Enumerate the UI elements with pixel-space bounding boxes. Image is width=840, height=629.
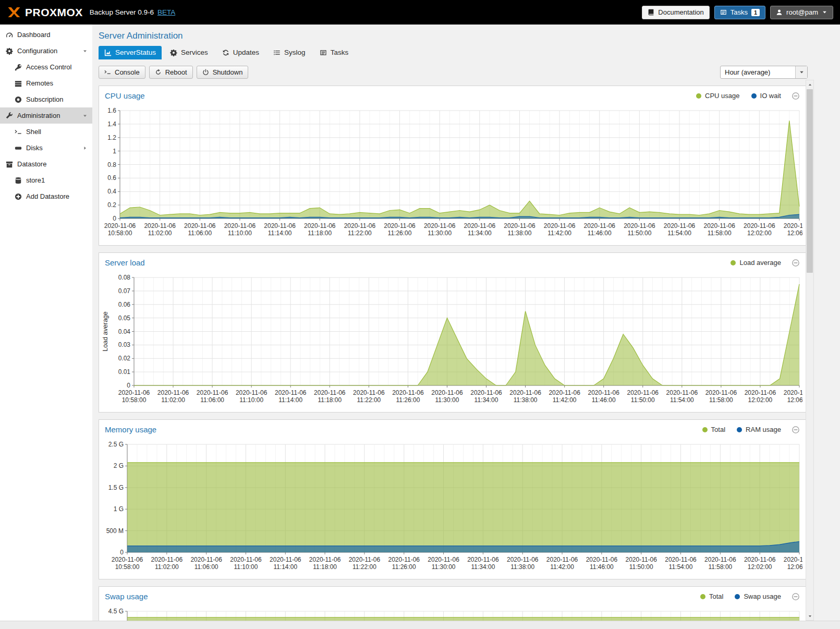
- bottom-edge: [0, 621, 840, 629]
- svg-text:11:46:00: 11:46:00: [590, 563, 614, 571]
- sidebar-item-dashboard[interactable]: Dashboard: [0, 27, 92, 43]
- tab-updates[interactable]: Updates: [216, 46, 265, 59]
- console-button[interactable]: Console: [99, 66, 145, 79]
- legend-dot: [751, 93, 757, 99]
- timeframe-select[interactable]: Hour (average): [720, 66, 808, 79]
- scroll-down-button[interactable]: [806, 612, 813, 620]
- sidebar-item-disks[interactable]: Disks: [0, 140, 92, 156]
- collapse-panel-button[interactable]: [792, 92, 800, 100]
- svg-text:10:58:00: 10:58:00: [122, 396, 147, 404]
- collapse-panel-button[interactable]: [792, 426, 800, 434]
- sidebar-item-configuration[interactable]: Configuration: [0, 43, 92, 59]
- legend-label: IO wait: [760, 92, 781, 100]
- sidebar-item-add-datastore[interactable]: Add Datastore: [0, 188, 92, 204]
- terminal-icon: [15, 128, 22, 136]
- svg-text:2020-11-06: 2020-11-06: [344, 222, 376, 229]
- reboot-button[interactable]: Reboot: [149, 66, 193, 79]
- vertical-scrollbar[interactable]: [806, 80, 814, 621]
- tab-serverstatus[interactable]: ServerStatus: [99, 46, 162, 59]
- panel-header: Memory usageTotalRAM usage: [99, 420, 806, 439]
- scrollbar-thumb[interactable]: [807, 89, 813, 273]
- svg-text:11:38:00: 11:38:00: [514, 396, 538, 404]
- gears-icon: [6, 47, 13, 55]
- beta-link[interactable]: BETA: [157, 8, 175, 16]
- svg-text:11:46:00: 11:46:00: [588, 229, 612, 237]
- collapse-panel-button[interactable]: [792, 259, 800, 267]
- svg-text:0.05: 0.05: [118, 314, 131, 322]
- scroll-up-button[interactable]: [806, 81, 813, 88]
- power-icon: [202, 69, 209, 76]
- sidebar-item-label: Add Datastore: [26, 192, 69, 200]
- sidebar-item-subscription[interactable]: Subscription: [0, 91, 92, 107]
- svg-text:2020-11-06: 2020-11-06: [275, 389, 307, 396]
- sidebar-item-access-control[interactable]: Access Control: [0, 59, 92, 75]
- user-menu-button[interactable]: root@pam: [770, 6, 833, 19]
- svg-text:4.5 G: 4.5 G: [108, 608, 124, 615]
- svg-text:11:02:00: 11:02:00: [161, 396, 185, 404]
- svg-text:11:34:00: 11:34:00: [474, 396, 498, 404]
- tab-syslog[interactable]: Syslog: [267, 46, 311, 59]
- svg-text:2020-11-06: 2020-11-06: [470, 389, 502, 396]
- caret-down-icon[interactable]: [82, 49, 88, 54]
- svg-text:11:22:00: 11:22:00: [352, 563, 376, 571]
- svg-text:11:26:00: 11:26:00: [388, 229, 412, 237]
- svg-text:2020-11-06: 2020-11-06: [144, 222, 176, 229]
- svg-text:11:58:00: 11:58:00: [708, 229, 732, 237]
- panel-memory-usage: Memory usageTotalRAM usage0500 M1 G1.5 G…: [99, 419, 806, 579]
- svg-text:2020-11-06: 2020-11-06: [197, 389, 228, 396]
- tasks-icon: [720, 9, 727, 16]
- tasks-button[interactable]: Tasks 1: [714, 6, 765, 19]
- svg-text:2020-11-06: 2020-11-06: [705, 389, 737, 396]
- svg-text:11:34:00: 11:34:00: [468, 229, 492, 237]
- proxmox-x-icon: [7, 6, 21, 18]
- tab-tasks[interactable]: Tasks: [314, 46, 355, 59]
- legend-item-cpu-usage: CPU usage: [696, 92, 739, 100]
- sidebar-item-remotes[interactable]: Remotes: [0, 75, 92, 91]
- sidebar-item-shell[interactable]: Shell: [0, 124, 92, 140]
- legend-label: RAM usage: [746, 426, 781, 433]
- shutdown-button[interactable]: Shutdown: [197, 66, 249, 79]
- sidebar-item-store1[interactable]: store1: [0, 172, 92, 188]
- tab-label: Syslog: [284, 49, 306, 56]
- caret-right-icon[interactable]: [82, 146, 88, 151]
- svg-text:0.01: 0.01: [118, 368, 131, 376]
- panel-title: Server load: [105, 258, 145, 267]
- svg-text:2020-11-06: 2020-11-06: [236, 389, 267, 396]
- svg-text:11:30:00: 11:30:00: [435, 396, 459, 404]
- sidebar-item-label: Disks: [26, 144, 43, 152]
- combo-trigger[interactable]: [795, 66, 807, 78]
- svg-text:2020-11-06: 2020-11-06: [424, 222, 456, 229]
- svg-text:10:58:00: 10:58:00: [108, 229, 132, 237]
- svg-text:2020-11-06: 2020-11-06: [353, 389, 385, 396]
- svg-text:11:42:00: 11:42:00: [550, 563, 574, 571]
- collapse-panel-button[interactable]: [792, 592, 800, 601]
- sidebar-item-administration[interactable]: Administration: [0, 107, 92, 124]
- svg-text:12:02:00: 12:02:00: [748, 396, 773, 404]
- sidebar-item-label: store1: [26, 176, 45, 184]
- legend-label: CPU usage: [705, 92, 739, 100]
- panel-server-load: Server loadLoad average00.010.020.030.04…: [99, 252, 806, 413]
- tab-services[interactable]: Services: [164, 46, 214, 59]
- svg-text:2.5 G: 2.5 G: [108, 441, 124, 448]
- chart-memory-usage: 0500 M1 G1.5 G2 G2.5 G2020-11-0610:58:00…: [101, 439, 802, 576]
- console-label: Console: [115, 68, 140, 76]
- svg-text:11:18:00: 11:18:00: [308, 229, 332, 237]
- panel-stack: CPU usageCPU usageIO wait00.20.40.60.811…: [92, 86, 814, 621]
- sidebar-item-label: Configuration: [17, 47, 57, 55]
- svg-text:2020-11-06: 2020-11-06: [784, 389, 802, 396]
- sidebar-item-datastore[interactable]: Datastore: [0, 156, 92, 172]
- svg-text:11:30:00: 11:30:00: [428, 229, 452, 237]
- svg-text:11:42:00: 11:42:00: [553, 396, 577, 404]
- svg-text:11:06:00: 11:06:00: [188, 229, 212, 237]
- svg-text:2020-11-06: 2020-11-06: [314, 389, 346, 396]
- book-icon: [648, 9, 654, 16]
- svg-text:0.8: 0.8: [107, 161, 116, 168]
- tab-bar: ServerStatusServicesUpdatesSyslogTasks: [99, 46, 814, 59]
- caret-down-icon[interactable]: [82, 113, 88, 118]
- documentation-button[interactable]: Documentation: [642, 6, 709, 19]
- svg-text:2020-11-06: 2020-11-06: [464, 222, 496, 229]
- svg-text:12:02:00: 12:02:00: [748, 563, 772, 571]
- legend-dot: [731, 260, 736, 265]
- svg-text:11:10:00: 11:10:00: [228, 229, 252, 237]
- wrench-icon: [6, 112, 13, 119]
